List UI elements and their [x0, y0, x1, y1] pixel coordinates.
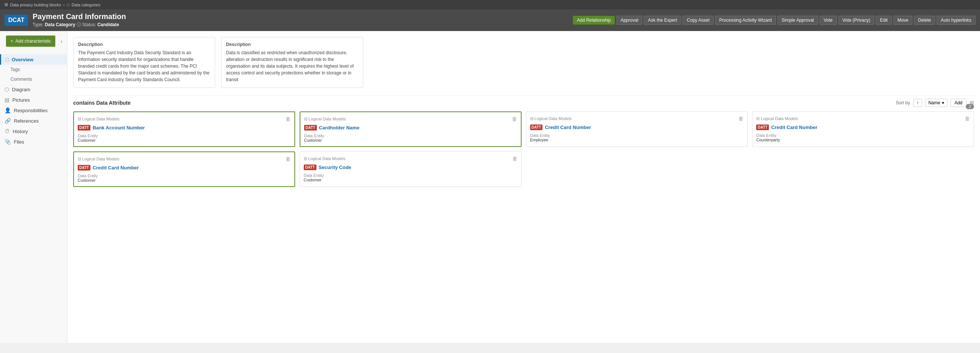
sort-field-button[interactable]: Name ▾: [925, 99, 948, 107]
delete-cardholder-button[interactable]: 🗑: [512, 116, 517, 122]
data-card-credit-customer[interactable]: ⊟ Logical Data Models 🗑 DATT Credit Card…: [73, 152, 295, 187]
datt-badge-security: DATT: [304, 165, 317, 170]
breadcrumb-link-1[interactable]: Data privacy building blocks: [10, 3, 61, 7]
card-name-cardholder: DATT Cardholder Name: [304, 125, 517, 131]
sidebar-item-diagram[interactable]: ⬡ Diagram: [0, 84, 67, 94]
card-name-security: DATT Security Code: [304, 165, 517, 170]
card-top-security: ⊟ Logical Data Models 🗑: [304, 156, 517, 161]
delete-security-button[interactable]: 🗑: [512, 156, 517, 161]
delete-credit-emp-button[interactable]: 🗑: [738, 115, 743, 121]
sort-label: Sort by: [896, 100, 910, 105]
title-bar: DCAT Payment Card Information Type: Data…: [0, 10, 980, 31]
card-top-cardholder: ⊟ Logical Data Models 🗑: [304, 116, 517, 122]
card-name-credit-emp: DATT Credit Card Number: [530, 125, 744, 130]
model-icon-security: ⊟ Logical Data Models: [304, 156, 345, 161]
desc-card-1-title: Description: [78, 42, 210, 47]
overview-icon: □: [6, 56, 9, 62]
desc-card-1: Description The Payment Card Industry Da…: [73, 37, 215, 88]
card-name-credit-cust: DATT Credit Card Number: [78, 165, 291, 171]
references-icon: 🔗: [5, 118, 11, 124]
vote-button[interactable]: Vote: [820, 16, 837, 25]
processing-wizard-button[interactable]: Processing Activity Wizard: [715, 16, 776, 25]
ask-expert-button[interactable]: Ask the Expert: [644, 16, 681, 25]
delete-bank-button[interactable]: 🗑: [285, 116, 291, 122]
add-characteristic-label: Add characteristic: [15, 38, 51, 44]
edit-button[interactable]: Edit: [876, 16, 892, 25]
sidebar-item-references[interactable]: 🔗 References: [0, 115, 67, 126]
sidebar-files-label: Files: [14, 139, 24, 145]
sidebar-diagram-label: Diagram: [12, 87, 30, 93]
desc-card-2-title: Description: [226, 42, 358, 47]
datt-badge-cardholder: DATT: [304, 125, 317, 131]
section-actions: Sort by ↑ Name ▾ Add ⊞: [896, 99, 974, 107]
copy-asset-button[interactable]: Copy Asset: [682, 16, 714, 25]
security-code-name: Security Code: [319, 165, 351, 170]
add-relationship-button[interactable]: Add Relationship: [573, 16, 615, 25]
move-button[interactable]: Move: [893, 16, 912, 25]
sidebar-collapse-button[interactable]: ‹: [59, 37, 64, 46]
sort-field-label: Name: [928, 100, 940, 105]
sidebar-history-label: History: [13, 129, 28, 134]
card-meta-credit-emp: Data Entity Employee: [530, 133, 744, 142]
security-entity-value: Customer: [304, 177, 517, 182]
section-header: contains Data Attribute Sort by ↑ Name ▾…: [73, 95, 974, 107]
sidebar-item-responsibilities[interactable]: 👤 Responsibilities: [0, 105, 67, 115]
breadcrumb: ⊞ Data privacy building blocks › □ Data …: [0, 0, 980, 10]
sidebar-item-overview[interactable]: □ Overview: [0, 54, 67, 65]
card-top-bank: ⊟ Logical Data Models 🗑: [78, 116, 291, 122]
simple-approval-button[interactable]: Simple Approval: [778, 16, 818, 25]
breadcrumb-separator: ›: [63, 3, 65, 7]
card-meta-security: Data Entity Customer: [304, 173, 517, 182]
content-area: Description The Payment Card Industry Da…: [67, 31, 980, 343]
type-label: Type:: [32, 22, 43, 27]
delete-credit-cust-button[interactable]: 🗑: [285, 156, 291, 162]
sort-direction-button[interactable]: ↑: [913, 99, 922, 107]
sidebar-overview-label: Overview: [11, 57, 33, 62]
breadcrumb-link-2[interactable]: Data categories: [72, 3, 100, 7]
data-card-bank-account[interactable]: ⊟ Logical Data Models 🗑 DATT Bank Accoun…: [73, 112, 295, 147]
sort-chevron-icon: ▾: [942, 100, 944, 105]
credit-counter-entity-label: Data Entity: [756, 133, 970, 137]
credit-cust-entity-label: Data Entity: [78, 174, 291, 178]
data-card-credit-counterparty[interactable]: ⊟ Logical Data Models 🗑 DATT Credit Card…: [752, 112, 974, 147]
data-card-credit-employee[interactable]: ⊟ Logical Data Models 🗑 DATT Credit Card…: [526, 112, 748, 147]
delete-credit-counter-button[interactable]: 🗑: [965, 115, 970, 121]
data-card-security-code[interactable]: ⊟ Logical Data Models 🗑 DATT Security Co…: [300, 152, 522, 187]
desc-card-2-text: Data is classified as restricted when un…: [226, 50, 358, 83]
card-meta-cardholder: Data Entity Customer: [304, 134, 517, 142]
description-cards: Description The Payment Card Industry Da…: [73, 37, 974, 88]
desc-card-1-text: The Payment Card Industry Data Security …: [78, 50, 210, 83]
card-meta-bank: Data Entity Customer: [78, 134, 291, 142]
breadcrumb-icon-2: □: [67, 3, 70, 7]
card-top-credit-cust: ⊟ Logical Data Models 🗑: [78, 156, 291, 162]
sidebar-item-tags[interactable]: Tags: [0, 65, 67, 74]
data-attributes-section: contains Data Attribute Sort by ↑ Name ▾…: [73, 95, 974, 187]
credit-cust-name: Credit Card Number: [93, 165, 139, 171]
approval-button[interactable]: Approval: [616, 16, 642, 25]
datt-badge-credit-cust: DATT: [78, 165, 91, 171]
model-icon-credit-emp: ⊟ Logical Data Models: [530, 116, 572, 121]
auto-hyperlinks-button[interactable]: Auto hyperlinks: [937, 16, 975, 25]
bank-account-name: Bank Account Number: [93, 125, 145, 131]
cardholder-entity-label: Data Entity: [304, 134, 517, 138]
sidebar: + Add characteristic ‹ □ Overview Tags C…: [0, 31, 67, 343]
sidebar-comments-label: Comments: [10, 77, 32, 82]
desc-card-2: Description Data is classified as restri…: [221, 37, 363, 88]
vote-privacy-button[interactable]: Vote (Privacy): [838, 16, 875, 25]
sidebar-item-files[interactable]: 📎 Files: [0, 136, 67, 147]
pictures-icon: ▤: [5, 97, 10, 103]
add-characteristic-button[interactable]: + Add characteristic: [6, 35, 55, 47]
card-top-credit-counter: ⊟ Logical Data Models 🗑: [756, 115, 970, 121]
sort-arrow: ↑: [916, 100, 919, 105]
sidebar-item-comments[interactable]: Comments: [0, 74, 67, 84]
page-title: Payment Card Information: [32, 12, 568, 21]
bank-entity-value: Customer: [78, 138, 291, 142]
sidebar-item-pictures[interactable]: ▤ Pictures: [0, 94, 67, 105]
credit-cust-entity-value: Customer: [78, 178, 291, 182]
data-card-cardholder[interactable]: ⊟ Logical Data Models 🗑 DATT Cardholder …: [300, 112, 522, 147]
sidebar-item-history[interactable]: ⏱ History: [0, 126, 67, 136]
info-icon: ⓘ: [76, 22, 82, 27]
credit-emp-entity-value: Employee: [530, 137, 744, 142]
add-data-attribute-button[interactable]: Add: [950, 99, 967, 107]
delete-button[interactable]: Delete: [914, 16, 935, 25]
